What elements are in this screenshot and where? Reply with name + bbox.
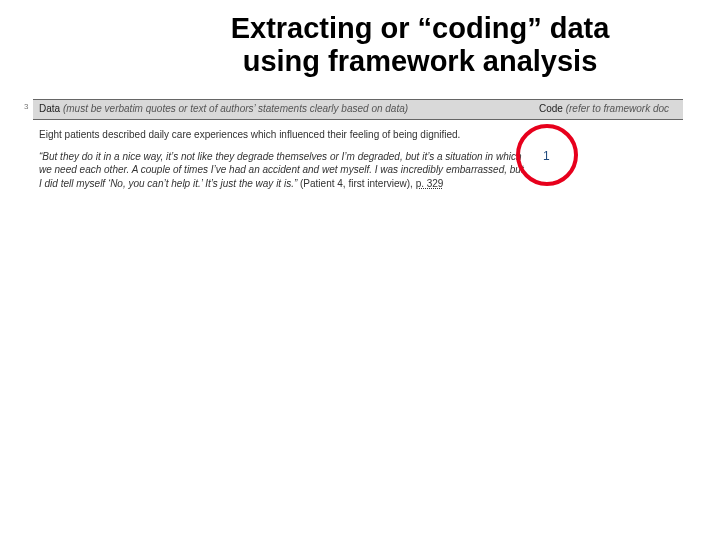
row-number-mark: 3 bbox=[24, 102, 28, 111]
coding-table: Data (must be verbatim quotes or text of… bbox=[33, 99, 683, 196]
code-value: 1 bbox=[543, 149, 550, 163]
quote-page-ref: p. 329 bbox=[416, 178, 444, 189]
data-intro-text: Eight patients described daily care expe… bbox=[39, 128, 527, 142]
table-header-row: Data (must be verbatim quotes or text of… bbox=[33, 100, 683, 120]
code-cell: 1 bbox=[533, 120, 683, 197]
data-quote: “But they do it in a nice way, it’s not … bbox=[39, 150, 527, 191]
header-code-hint: (refer to framework doc bbox=[563, 103, 669, 114]
header-code-label: Code bbox=[539, 103, 563, 114]
header-code: Code (refer to framework doc bbox=[533, 100, 683, 120]
header-data-hint: (must be verbatim quotes or text of auth… bbox=[60, 103, 408, 114]
data-cell: Eight patients described daily care expe… bbox=[33, 120, 533, 197]
quote-body: “But they do it in a nice way, it’s not … bbox=[39, 151, 524, 189]
table-row: Eight patients described daily care expe… bbox=[33, 120, 683, 197]
slide-title: Extracting or “coding” data using framew… bbox=[190, 12, 650, 79]
header-data-label: Data bbox=[39, 103, 60, 114]
quote-source: (Patient 4, first interview), bbox=[300, 178, 416, 189]
slide: Extracting or “coding” data using framew… bbox=[0, 0, 720, 540]
header-data: Data (must be verbatim quotes or text of… bbox=[33, 100, 533, 120]
